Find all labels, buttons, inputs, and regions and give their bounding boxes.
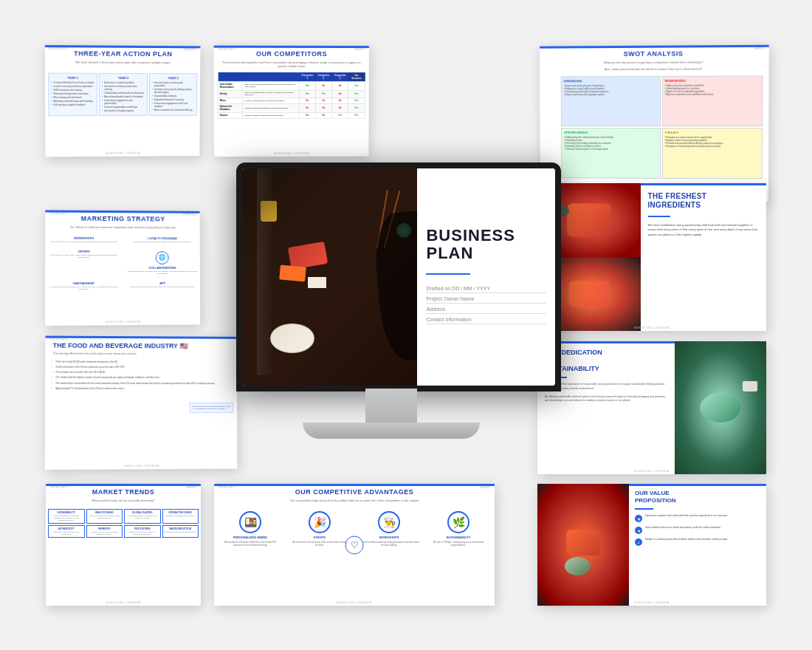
swot-opportunities: OPPORTUNITIES • Collaborating with nearb… — [561, 128, 661, 178]
sust-image — [675, 341, 766, 474]
vp-item3: ✓ Indulge in a culinary journey that com… — [635, 538, 760, 546]
ca-tag-left: OPPORTUNITY — [218, 486, 236, 489]
comp-row4-c1: No — [299, 103, 315, 112]
swot-weaknesses: WEAKNESSES • Higher prices due to premiu… — [661, 75, 763, 126]
comp-th-feature — [218, 72, 243, 82]
vp-footer: BUSINESS PLAN - CONFIDENTIAL — [537, 601, 766, 604]
year2-label: YEAR 2 — [102, 76, 145, 80]
trend-g-title: GLOBAL FLAVORS — [126, 511, 159, 514]
fb-stat5: The market share concentration for the s… — [51, 381, 231, 385]
trend-pos-title: POS SYSTEMS — [126, 527, 159, 530]
bp-contact: Contact Information — [426, 317, 546, 324]
freshest-title: THE FRESHEST INGREDIENTS — [648, 192, 760, 210]
monitor-screen: BUSINESS PLAN Drafted on DD / MM / YYYY … — [236, 162, 561, 391]
trends-footer: BUSINESS PLAN - CONFIDENTIAL — [46, 601, 201, 604]
ca-personalized-title: PERSONALIZED DINING — [220, 536, 281, 539]
trend-payments: PAYMENTS Mobile POS and mobile payment i… — [86, 525, 123, 538]
ca-personalized-icon: 🍱 — [239, 511, 261, 533]
comp-row5-feature: Sauces — [218, 112, 243, 118]
trend-waste: WASTE REDUCTION Innovative solutions to … — [162, 525, 199, 538]
fb-stat2: Sushi restaurants in the US are expected… — [51, 366, 231, 369]
fb-subtitle: The average American eats sushi about on… — [52, 351, 229, 355]
vp-icon-2: ★ — [635, 527, 642, 534]
trend-s-text: Growing demand for sustainable, certifie… — [50, 515, 83, 521]
comp-row2-c3: No — [331, 90, 348, 98]
year1-item7: Soft opening to gather feedback — [51, 103, 94, 106]
fb-header-area: THE FOOD AND BEVERAGE INDUSTRY 🇺🇸 The av… — [45, 336, 236, 358]
vp-image — [537, 484, 629, 606]
bp-divider — [426, 273, 470, 275]
mktg-partnership-title: PARTNERSHIP — [47, 281, 120, 285]
year1-col: YEAR 1 Concept development and menu crea… — [48, 72, 97, 116]
monitor-reflection — [257, 168, 272, 375]
year1-item3: Staff recruitment and training — [51, 89, 94, 92]
monitor-stand-base — [303, 422, 480, 439]
year2-item1: Expansion of marketing efforts — [102, 81, 145, 84]
fb-title: THE FOOD AND BEVERAGE INDUSTRY 🇺🇸 — [52, 342, 229, 351]
vp-inner: OUR VALUE PROPOSITION ★ Experience exqui… — [537, 484, 766, 606]
year3-label: YEAR 3 — [152, 76, 194, 80]
vp-item2: ★ Savor authentic flavors in a vibrant a… — [635, 526, 760, 534]
trend-w-text: Innovative solutions to minimize waste. — [165, 531, 197, 533]
comp-row1-feature: Last-minute Reservations — [218, 81, 243, 90]
ca-footer: BUSINESS PLAN - CONFIDENTIAL — [214, 601, 495, 604]
ca-sust-title: SUSTAINABILITY — [428, 536, 489, 539]
vp-divider — [635, 508, 653, 510]
comp-row2-desc: Does our restaurant offer a variety of t… — [243, 90, 299, 98]
mktg-loyalty-title: LOYALTY PROGRAM — [126, 236, 197, 240]
sushi-plate — [270, 324, 314, 353]
trend-h-title: HEALTHY DINING — [89, 511, 121, 514]
swot-o-title: OPPORTUNITIES — [564, 131, 658, 134]
vp-sushi-1 — [567, 530, 600, 555]
comp-row4-us: Yes — [348, 103, 365, 112]
comp-row5-desc: Known for unique house-made dipping sauc… — [243, 112, 299, 118]
vp-text-3: Indulge in a culinary journey that combi… — [645, 538, 728, 541]
trend-interactive: INTERACTIVE DINING Demand for engaging e… — [162, 509, 199, 524]
fb-footer: BUSINESS PLAN - CONFIDENTIAL — [45, 465, 238, 468]
vp-text-2: Savor authentic flavors in a vibrant atm… — [645, 526, 721, 530]
comp-row1-c1: Yes — [299, 81, 315, 90]
freshest-divider — [648, 216, 670, 217]
comp-row3-us: Yes — [348, 98, 365, 103]
mktg-tag-left: OPPORTUNITY — [49, 213, 67, 216]
action-plan-years: YEAR 1 Concept development and menu crea… — [45, 69, 200, 119]
sust-footer: BUSINESS PLAN - CONFIDENTIAL — [537, 470, 766, 473]
comp-row2-feature: Variety — [218, 90, 243, 98]
comp-row1-c3: No — [331, 81, 348, 90]
trends-tag-left: OPPORTUNITY — [49, 486, 68, 489]
comp-footer: BUSINESS PLAN - CONFIDENTIAL — [214, 152, 369, 155]
vp-title: OUR VALUE PROPOSITION — [635, 490, 760, 504]
swot-s-items: • Expert sushi chefs with years of exper… — [564, 84, 658, 96]
comp-row3-feature: Menu — [218, 98, 243, 103]
bp-title: BUSINESS PLAN — [426, 227, 546, 262]
ca-workshops-text: We hold monthly workshops helping custom… — [359, 541, 419, 547]
comp-row5-c3: Yes — [331, 112, 348, 118]
ca-events-text: We introduce a 'Sushi Guest Chef' series… — [289, 541, 350, 547]
trend-i-title: INTERACTIVE DINING — [165, 511, 197, 514]
mktg-offers-title: OFFERS — [47, 249, 120, 253]
trends-grid: SUSTAINABILITY Growing demand for sustai… — [46, 507, 201, 540]
comp-row1-c2: No — [315, 81, 331, 90]
salmon-piece — [279, 265, 306, 282]
trend-authenticity: AUTHENTICITY Consumers seek authentic su… — [48, 525, 85, 538]
mktg-loyalty: LOYALTY PROGRAM Will launch a loyalty pr… — [124, 234, 199, 245]
comp-row3-c2: No — [315, 98, 331, 103]
swot-w-title: WEAKNESSES — [664, 78, 760, 82]
ca-events: 🎉 EVENTS We introduce a 'Sushi Guest Che… — [286, 508, 353, 550]
year2-item3: Collaborations with local food influence… — [102, 92, 145, 95]
mktg-partnership-text: Will partner with local businesses for a… — [47, 286, 120, 290]
ca-sust-text: We act on 'Pledge', championing our envi… — [428, 541, 489, 547]
ca-personalized: 🍱 PERSONALIZED DINING We provide an inte… — [217, 508, 283, 550]
comp-row2-c1: Yes — [299, 90, 315, 98]
swot-strengths: STRENGTHS • Expert sushi chefs with year… — [561, 76, 661, 127]
vp-content: OUR VALUE PROPOSITION ★ Experience exqui… — [629, 484, 766, 606]
comp-row3-c3: No — [331, 98, 348, 103]
trends-question: What market trends are we currently obse… — [46, 499, 201, 505]
year3-item3: Sustainability initiatives — [152, 95, 194, 98]
slide-value-prop: OUR VALUE PROPOSITION ★ Experience exqui… — [537, 484, 766, 606]
swot-o-items: • Collaborating with nearby businesses t… — [564, 136, 658, 151]
year2-col: YEAR 2 Expansion of marketing efforts In… — [99, 73, 148, 116]
monitor: BUSINESS PLAN Drafted on DD / MM / YYYY … — [221, 162, 576, 458]
swot-w-items: • Higher prices due to premium ingredien… — [664, 83, 760, 95]
comp-th-us: Our Business — [348, 72, 365, 82]
